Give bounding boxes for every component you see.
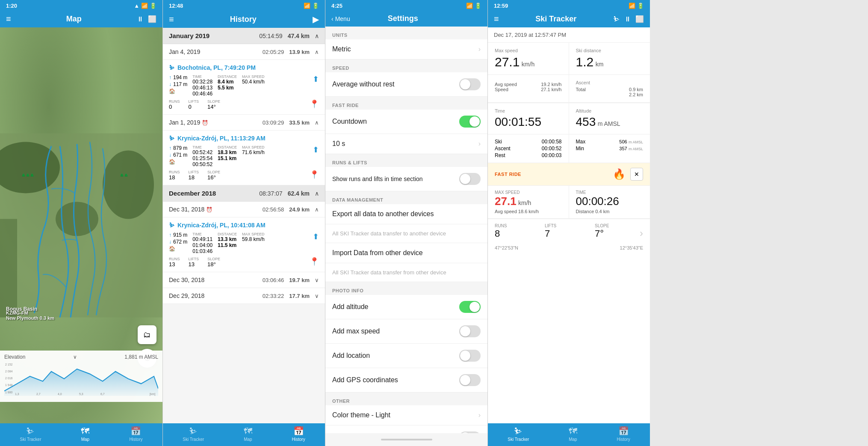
tab-ski-tracker[interactable]: ⛷ Ski Tracker	[183, 426, 204, 442]
fast-ride-speed-val: 27.1 km/h	[495, 195, 562, 208]
collapse-icon[interactable]: ∧	[315, 190, 319, 197]
square-icon[interactable]: ⬜	[635, 15, 644, 23]
battery-icon: 🔋	[150, 3, 156, 9]
fast-ride-close-icon[interactable]: ✕	[630, 168, 643, 181]
tab-map[interactable]: 🗺 Map	[569, 426, 577, 442]
setting-label: Add location	[332, 352, 370, 360]
tab-history[interactable]: 📅 History	[129, 426, 142, 442]
setting-add-location[interactable]: Add location	[325, 344, 487, 368]
setting-countdown[interactable]: Countdown	[325, 110, 487, 134]
collapse-icon[interactable]: ∧	[315, 33, 319, 39]
setting-color-theme[interactable]: Color theme - Light ›	[325, 405, 487, 425]
share-icon[interactable]: ⬆	[313, 74, 319, 84]
setting-avg-speed[interactable]: Average without rest	[325, 72, 487, 97]
map-pin-icon[interactable]: 📍	[310, 257, 319, 268]
chevron-down-icon[interactable]: ∨	[73, 354, 77, 360]
setting-muted-label: All SKI Tracker data transfer to another…	[332, 230, 446, 237]
play-icon[interactable]: ▶	[313, 14, 319, 24]
avgspeed-row: Avg speed 19.2 km/h	[495, 82, 562, 87]
ascent-label: Ascent	[576, 80, 644, 85]
day-row-dec29[interactable]: Dec 29, 2018 02:33:22 17.7 km ∨	[163, 288, 325, 304]
square-icon[interactable]: ⬜	[148, 15, 156, 23]
alt-min-label: Min	[576, 146, 584, 152]
time2-val: 01:04:00	[192, 242, 213, 248]
tab-ski-label: Ski Tracker	[20, 437, 41, 442]
day-row-jan4[interactable]: Jan 4, 2019 02:05:29 13.9 km ∧	[163, 44, 325, 60]
share-icon[interactable]: ⬆	[313, 232, 319, 241]
share-icon[interactable]: ⬆	[313, 145, 319, 155]
fast-ride-time-val: 00:00:26	[576, 195, 644, 208]
add-gps-toggle[interactable]	[459, 374, 481, 386]
tab-history[interactable]: 📅 History	[292, 426, 305, 442]
setting-add-altitude[interactable]: Add altitude	[325, 295, 487, 319]
show-runs-toggle[interactable]	[459, 173, 481, 185]
map-pin-icon[interactable]: 📍	[310, 99, 319, 110]
lifts-val: 7	[545, 228, 593, 239]
setting-muted-label: All SKI Tracker data transfer from other…	[332, 269, 446, 276]
back-button[interactable]: ‹ Menu	[331, 15, 350, 22]
ski-icon: ⛷	[169, 135, 175, 142]
month-row-jan2019[interactable]: January 2019 05:14:59 47.4 km ∧	[163, 28, 325, 44]
setting-10s[interactable]: 10 s ›	[325, 134, 487, 154]
setting-add-gps[interactable]: Add GPS coordinates	[325, 368, 487, 392]
menu-icon[interactable]: ≡	[494, 14, 499, 24]
tab-ski-tracker[interactable]: ⛷ Ski Tracker	[20, 426, 41, 442]
time-label: Time	[495, 108, 562, 113]
history-icon: 📅	[293, 426, 304, 436]
expand-icon[interactable]: ∧	[315, 49, 319, 55]
setting-import[interactable]: Import Data from other device	[325, 243, 487, 263]
countdown-toggle[interactable]	[459, 116, 481, 128]
add-location-toggle[interactable]	[459, 350, 481, 362]
menu-icon[interactable]: ≡	[169, 15, 174, 24]
descent-val: 671 m	[173, 152, 187, 158]
ski-tracker-nav-icon[interactable]: ⛷	[613, 15, 620, 23]
dist1-val: 13.3 km	[218, 236, 237, 242]
pause-icon[interactable]: ⏸	[624, 15, 631, 23]
nav-title: Ski Tracker	[535, 15, 576, 24]
setting-add-maxspeed[interactable]: Add max speed	[325, 319, 487, 344]
day-stats: 02:33:22 17.7 km ∨	[263, 293, 319, 299]
month-row-dec2018[interactable]: December 2018 08:37:07 62.4 km ∧	[163, 185, 325, 202]
layers-button[interactable]: 🗂	[138, 325, 156, 344]
avg-speed-toggle[interactable]	[459, 78, 481, 90]
map-icon: 🗺	[569, 426, 577, 436]
status-icons: 📶 🔋	[466, 3, 481, 9]
expand-icon[interactable]: ∧	[315, 119, 319, 126]
rest-time-val: 00:00:03	[542, 152, 562, 158]
toggle-knob	[460, 351, 470, 361]
chevron-right-detail-icon[interactable]: ›	[640, 227, 643, 239]
expand-icon[interactable]: ∨	[315, 277, 319, 283]
day-row-dec30[interactable]: Dec 30, 2018 03:06:46 19.7 km ∨	[163, 272, 325, 288]
tab-map[interactable]: 🗺 Map	[81, 426, 89, 442]
add-maxspeed-toggle[interactable]	[459, 325, 481, 337]
ski-tracker-icon: ⛷	[26, 426, 35, 436]
history-icon: 📅	[618, 426, 629, 436]
session-location: Bochotnica, PL, 7:49:20 PM	[177, 64, 256, 71]
map-pin-icon[interactable]: 📍	[310, 170, 319, 181]
tab-ski-tracker[interactable]: ⛷ Ski Tracker	[508, 426, 529, 442]
day-row-jan1[interactable]: Jan 1, 2019 ⏰ 03:09:29 33.5 km ∧	[163, 115, 325, 131]
day-distance: 24.9 km	[289, 206, 310, 213]
tab-map[interactable]: 🗺 Map	[244, 426, 252, 442]
setting-metric[interactable]: Metric ›	[325, 39, 487, 59]
phone-history: 12:48 📶 🔋 ≡ History ▶ January 2019 05:14…	[162, 0, 325, 446]
pause-icon[interactable]: ⏸	[137, 15, 144, 23]
setting-show-runs[interactable]: Show runs and lifts in time section	[325, 167, 487, 191]
day-row-dec31[interactable]: Dec 31, 2018 ⏰ 02:56:58 24.9 km ∧	[163, 202, 325, 217]
setting-export[interactable]: Export all data to another devices	[325, 204, 487, 224]
toggle-knob	[460, 326, 470, 336]
map-view[interactable]: 🌲🌲🌲 🌲🌲 Bogus Basin KZMG-FMNew Plymouth 0…	[0, 27, 162, 423]
expand-icon[interactable]: ∨	[315, 293, 319, 299]
radio-station-label: KZMG-FMNew Plymouth 0.3 km	[6, 310, 54, 321]
setting-keep-screen[interactable]: Keep screen on	[325, 425, 487, 433]
keep-screen-toggle[interactable]	[459, 431, 481, 433]
time-value: 00:01:55	[495, 115, 562, 129]
add-altitude-toggle[interactable]	[459, 301, 481, 313]
lifts-val: 18	[189, 174, 199, 181]
expand-icon[interactable]: ∧	[315, 206, 319, 213]
maxspeed-label: Max speed	[495, 48, 562, 53]
ski-label: Ski	[495, 139, 502, 145]
menu-icon[interactable]: ≡	[6, 14, 11, 24]
status-bar-tracker: 12:59 📶 🔋	[488, 0, 650, 11]
tab-history[interactable]: 📅 History	[617, 426, 630, 442]
